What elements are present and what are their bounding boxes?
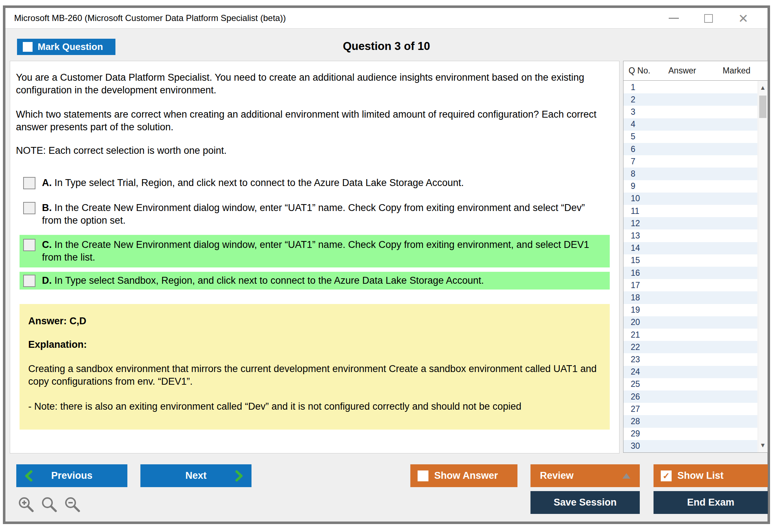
show-answer-label: Show Answer: [434, 470, 498, 481]
list-item[interactable]: 22: [623, 341, 757, 353]
option-d-row[interactable]: D. In Type select Sandbox, Region, and c…: [20, 272, 610, 290]
show-list-button[interactable]: ✓ Show List: [654, 464, 768, 487]
list-item[interactable]: 1: [623, 81, 757, 93]
option-d-checkbox[interactable]: [23, 275, 35, 287]
question-note: NOTE: Each correct selection is worth on…: [16, 144, 613, 157]
maximize-icon: [704, 14, 713, 23]
show-answer-checkbox[interactable]: [418, 470, 428, 481]
list-item[interactable]: 30: [623, 440, 757, 452]
list-item[interactable]: 14: [623, 242, 757, 254]
answer-line: Answer: C,D: [28, 315, 601, 328]
question-paragraph: You are a Customer Data Platform Special…: [16, 71, 613, 97]
option-a-checkbox[interactable]: [23, 177, 35, 189]
column-header-answer: Answer: [668, 66, 723, 76]
title-bar: Microsoft MB-260 (Microsoft Customer Dat…: [5, 8, 768, 29]
magnifier-icon[interactable]: [41, 496, 58, 513]
option-b-row[interactable]: B. In the Create New Environment dialog …: [20, 199, 610, 229]
scrollbar-up-icon[interactable]: ▲: [758, 83, 768, 93]
explanation-paragraph: Creating a sandbox environment that mirr…: [28, 363, 601, 388]
window-title: Microsoft MB-260 (Microsoft Customer Dat…: [14, 13, 286, 23]
list-item[interactable]: 3: [623, 106, 757, 118]
list-item[interactable]: 10: [623, 193, 757, 205]
option-c-checkbox[interactable]: [23, 239, 35, 251]
list-item[interactable]: 26: [623, 390, 757, 403]
previous-label: Previous: [51, 470, 92, 481]
option-letter: A.: [42, 177, 52, 188]
check-icon: ✓: [663, 471, 670, 481]
review-label: Review: [540, 470, 574, 481]
end-exam-button[interactable]: End Exam: [654, 491, 768, 514]
scrollbar-down-icon[interactable]: ▼: [758, 440, 768, 451]
option-c-row[interactable]: C. In the Create New Environment dialog …: [20, 235, 610, 267]
list-item[interactable]: 25: [623, 378, 757, 390]
explanation-note: - Note: there is also an exiting environ…: [28, 400, 601, 413]
option-letter: C.: [42, 239, 52, 250]
chevron-left-icon: [24, 470, 33, 482]
option-a-row[interactable]: A. In Type select Trial, Region, and cli…: [20, 174, 610, 191]
list-item[interactable]: 27: [623, 403, 757, 415]
zoom-out-icon[interactable]: [64, 496, 81, 513]
question-list-panel: Q No. Answer Marked 12345678910111213141…: [623, 61, 768, 453]
list-item[interactable]: 28: [623, 415, 757, 427]
list-item[interactable]: 18: [623, 291, 757, 304]
list-item[interactable]: 13: [623, 229, 757, 242]
list-item[interactable]: 21: [623, 329, 757, 341]
scrollbar-thumb[interactable]: [759, 96, 766, 118]
list-item[interactable]: 19: [623, 304, 757, 316]
explanation-label: Explanation:: [28, 338, 601, 351]
chevron-right-icon: [235, 470, 244, 482]
list-item[interactable]: 4: [623, 118, 757, 131]
column-header-marked: Marked: [723, 66, 768, 76]
list-item[interactable]: 29: [623, 428, 757, 440]
option-letter: D.: [42, 275, 52, 286]
minimize-button[interactable]: [666, 11, 681, 26]
next-button[interactable]: Next: [140, 464, 251, 487]
list-item[interactable]: 15: [623, 254, 757, 267]
answer-explanation-box: Answer: C,D Explanation: Creating a sand…: [20, 304, 610, 430]
option-text: In the Create New Environment dialog win…: [42, 202, 585, 226]
save-session-button[interactable]: Save Session: [530, 491, 640, 514]
list-item[interactable]: 24: [623, 366, 757, 378]
list-item[interactable]: 5: [623, 131, 757, 143]
question-paragraph: Which two statements are correct when cr…: [16, 108, 613, 134]
list-item[interactable]: 12: [623, 217, 757, 229]
show-answer-button[interactable]: Show Answer: [410, 464, 517, 487]
next-label: Next: [185, 470, 207, 481]
zoom-in-icon[interactable]: [17, 496, 35, 513]
options-list: A. In Type select Trial, Region, and cli…: [20, 174, 610, 290]
list-item[interactable]: 16: [623, 267, 757, 279]
list-item[interactable]: 20: [623, 316, 757, 329]
list-item[interactable]: 8: [623, 168, 757, 180]
show-list-checkbox[interactable]: ✓: [661, 470, 672, 481]
list-item[interactable]: 7: [623, 155, 757, 168]
zoom-toolbar: [17, 496, 81, 513]
list-item[interactable]: 6: [623, 143, 757, 155]
list-item[interactable]: 23: [623, 353, 757, 366]
option-text: In Type select Trial, Region, and click …: [55, 177, 464, 188]
option-letter: B.: [42, 202, 52, 213]
option-b-checkbox[interactable]: [23, 202, 35, 214]
end-exam-label: End Exam: [687, 497, 735, 508]
question-list-body: 1234567891011121314151617181920212223242…: [623, 81, 757, 452]
question-list-scrollbar[interactable]: ▲ ▼: [758, 81, 768, 452]
show-list-label: Show List: [677, 470, 724, 481]
option-text: In Type select Sandbox, Region, and clic…: [55, 275, 484, 286]
save-session-label: Save Session: [554, 497, 617, 508]
review-button[interactable]: Review: [530, 464, 640, 487]
list-item[interactable]: 2: [623, 93, 757, 106]
minimize-icon: [669, 18, 679, 19]
question-panel: You are a Customer Data Platform Special…: [10, 61, 620, 453]
list-item[interactable]: 9: [623, 180, 757, 193]
previous-button[interactable]: Previous: [16, 464, 127, 487]
question-counter: Question 3 of 10: [5, 40, 768, 53]
list-item[interactable]: 17: [623, 279, 757, 291]
column-header-qno: Q No.: [629, 66, 668, 76]
maximize-button[interactable]: [701, 11, 716, 26]
close-icon: ✕: [738, 12, 749, 25]
app-window: Microsoft MB-260 (Microsoft Customer Dat…: [3, 5, 770, 524]
question-list-header: Q No. Answer Marked: [623, 61, 768, 81]
triangle-up-icon: [622, 473, 630, 478]
close-button[interactable]: ✕: [736, 11, 751, 26]
list-item[interactable]: 11: [623, 205, 757, 217]
window-controls: ✕: [666, 8, 751, 29]
